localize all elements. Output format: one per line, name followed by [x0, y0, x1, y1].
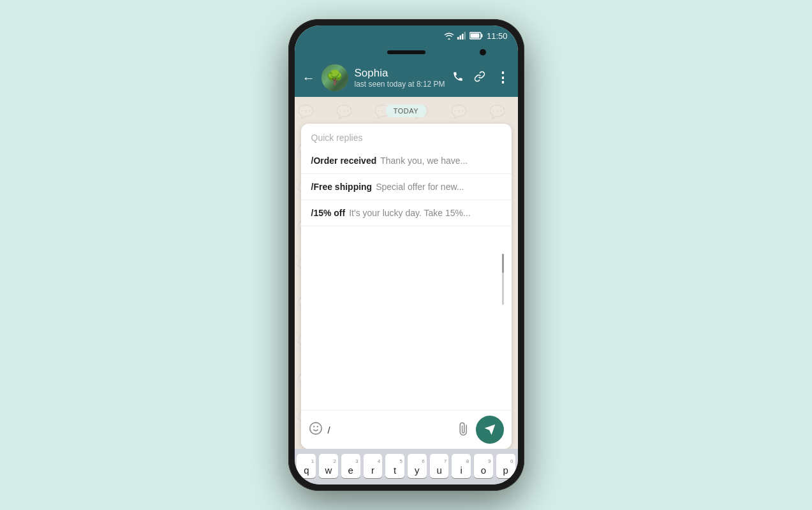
emoji-button[interactable]: [309, 421, 323, 439]
quick-reply-item-3[interactable]: /15% off It's your lucky day. Take 15%..…: [301, 200, 512, 226]
key-y[interactable]: 6y: [408, 454, 427, 478]
status-time: 11:50: [487, 31, 508, 41]
input-area: /: [301, 410, 512, 449]
svg-rect-3: [464, 32, 466, 40]
back-button[interactable]: ←: [302, 71, 315, 85]
quick-reply-item-2[interactable]: /Free shipping Special offer for new...: [301, 174, 512, 200]
reply-preview-1: Thank you, we have...: [380, 156, 468, 166]
key-o[interactable]: 9o: [474, 454, 493, 478]
reply-preview-2: Special offer for new...: [376, 182, 464, 192]
key-p[interactable]: 0p: [496, 454, 515, 478]
quick-replies-title: Quick replies: [301, 124, 512, 148]
reply-shortcut-3: /15% off: [311, 208, 346, 218]
svg-rect-6: [470, 34, 479, 38]
chat-header: ← Sophia last seen today at 8:12 PM: [295, 59, 518, 97]
phone-icon[interactable]: [452, 71, 464, 85]
reply-shortcut-2: /Free shipping: [311, 182, 373, 192]
signal-icon: [457, 32, 466, 40]
more-options-icon[interactable]: ⋮: [496, 69, 510, 86]
keyboard: 1q 2w 3e 4r 5t 6y 7u 8i 9o 0p: [295, 449, 518, 484]
avatar: [321, 64, 348, 91]
front-camera: [480, 49, 486, 55]
contact-info: Sophia last seen today at 8:12 PM: [355, 67, 446, 89]
header-icons: ⋮: [452, 69, 510, 86]
speaker: [387, 50, 425, 54]
battery-icon: [469, 32, 484, 40]
key-e[interactable]: 3e: [341, 454, 360, 478]
svg-rect-5: [481, 34, 482, 38]
quick-reply-list: /Order received Thank you, we have... /F…: [301, 148, 512, 410]
scroll-thumb: [502, 254, 504, 273]
status-bar: 11:50: [295, 26, 518, 46]
reply-preview-3: It's your lucky day. Take 15%...: [349, 208, 470, 218]
key-i[interactable]: 8i: [452, 454, 471, 478]
chat-area: TODAY Quick replies /Order received Than…: [295, 97, 518, 449]
date-badge: TODAY: [386, 105, 426, 117]
avatar-image: [321, 64, 348, 91]
video-call-icon[interactable]: [474, 71, 485, 85]
send-icon: [484, 423, 496, 436]
keyboard-row-1: 1q 2w 3e 4r 5t 6y 7u 8i 9o 0p: [297, 454, 515, 478]
key-u[interactable]: 7u: [430, 454, 449, 478]
quick-reply-item-1[interactable]: /Order received Thank you, we have...: [301, 148, 512, 174]
phone-screen: 11:50 ← Sophia last seen today at 8:12 P…: [295, 26, 518, 484]
message-input[interactable]: /: [328, 425, 453, 435]
svg-rect-2: [462, 34, 464, 40]
contact-status: last seen today at 8:12 PM: [355, 80, 446, 89]
scroll-indicator: [502, 254, 504, 305]
status-icons: 11:50: [444, 31, 508, 41]
phone-frame: 11:50 ← Sophia last seen today at 8:12 P…: [288, 19, 524, 491]
quick-replies-panel: Quick replies /Order received Thank you,…: [301, 124, 512, 449]
send-button[interactable]: [476, 416, 504, 444]
key-r[interactable]: 4r: [364, 454, 383, 478]
wifi-icon: [444, 32, 454, 40]
attach-button[interactable]: [454, 419, 475, 440]
key-q[interactable]: 1q: [297, 454, 316, 478]
key-t[interactable]: 5t: [385, 454, 404, 478]
reply-shortcut-1: /Order received: [311, 156, 377, 166]
svg-point-7: [309, 422, 321, 433]
svg-rect-0: [457, 37, 459, 40]
svg-rect-1: [459, 36, 461, 40]
contact-name: Sophia: [355, 67, 446, 80]
key-w[interactable]: 2w: [319, 454, 338, 478]
notch-area: [295, 46, 518, 59]
